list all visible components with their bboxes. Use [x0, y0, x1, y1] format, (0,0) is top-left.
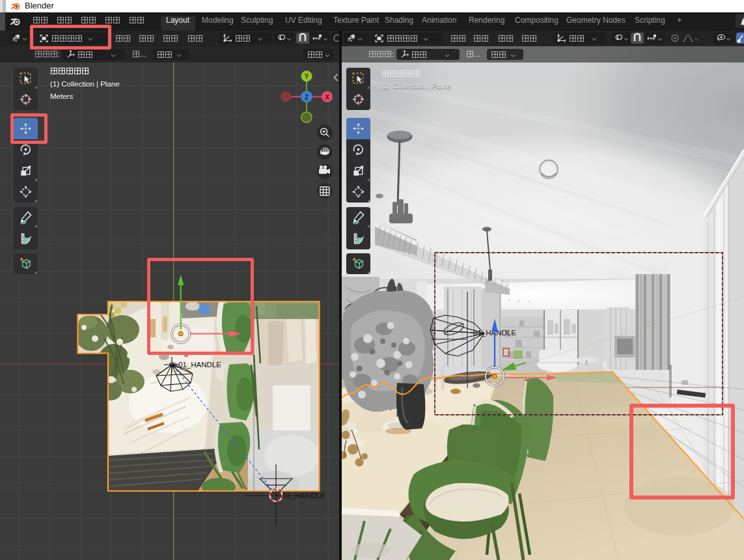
svg-text:Y: Y [305, 73, 309, 80]
svg-text:01_HANDLE: 01_HANDLE [178, 361, 221, 369]
svg-text:Z: Z [305, 94, 309, 101]
svg-text:02_HANDLE: 02_HANDLE [282, 492, 325, 499]
svg-text:X: X [325, 94, 329, 101]
svg-text:02_CAM: 02_CAM [436, 417, 465, 425]
